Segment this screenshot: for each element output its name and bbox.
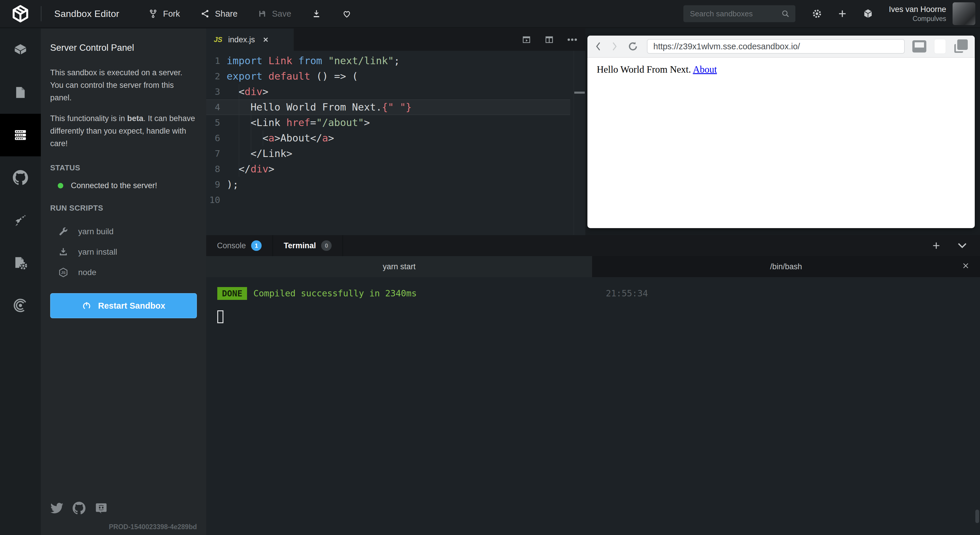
header-divider — [41, 6, 41, 21]
status-heading: STATUS — [50, 163, 197, 172]
rocket-icon — [13, 213, 28, 228]
panel-description-2: This functionality is in beta. It can be… — [50, 112, 197, 150]
codesandbox-logo-icon — [11, 5, 29, 23]
codesandbox-logo[interactable] — [0, 0, 41, 28]
save-label: Save — [272, 9, 291, 19]
avatar[interactable] — [953, 2, 975, 25]
new-sandbox-button[interactable] — [837, 9, 847, 19]
like-button[interactable] — [342, 9, 352, 19]
code-editor: JS index.js — [206, 29, 585, 235]
sidebar-item-github[interactable] — [0, 156, 41, 199]
sidebar-item-sandbox-config[interactable] — [0, 242, 41, 284]
page-title: Sandbox Editor — [54, 8, 119, 19]
preview-settings-icon[interactable] — [934, 39, 946, 53]
refresh-button[interactable] — [627, 41, 639, 52]
open-preview-window-button[interactable] — [522, 35, 531, 44]
server-icon — [13, 128, 28, 142]
terminal-cursor — [217, 310, 223, 323]
heart-icon — [342, 9, 352, 19]
tab-index-js[interactable]: JS index.js — [206, 29, 294, 51]
editor-tab-bar: JS index.js — [206, 29, 585, 51]
top-bar: Sandbox Editor Fork Share — [0, 0, 980, 28]
panel-description-1: This sandbox is executed on a server. Yo… — [50, 67, 197, 104]
forward-button[interactable] — [611, 41, 618, 52]
sidebar-item-files[interactable] — [0, 71, 41, 114]
restart-sandbox-label: Restart Sandbox — [98, 301, 165, 310]
twitter-icon[interactable] — [50, 502, 64, 515]
javascript-file-icon: JS — [214, 36, 222, 44]
responsive-preview-icon[interactable] — [912, 40, 926, 53]
sidebar-item-live[interactable] — [0, 284, 41, 327]
run-script-yarn-build[interactable]: yarn build — [50, 221, 197, 242]
user-info[interactable]: Ives van Hoorne Compulves — [889, 5, 946, 23]
box-icon — [13, 42, 28, 57]
session-tab-bin-bash[interactable]: /bin/bash — [592, 256, 980, 277]
sidebar-item-deployment[interactable] — [0, 199, 41, 242]
file-gear-icon — [13, 255, 28, 271]
download-icon — [312, 9, 321, 19]
terminal-output[interactable]: DONE Compiled successfully in 2340ms 21:… — [206, 277, 980, 333]
open-in-new-window-icon[interactable] — [954, 39, 968, 53]
file-icon — [13, 85, 28, 100]
discord-icon[interactable] — [94, 502, 108, 515]
terminal-count-badge: 0 — [321, 240, 332, 251]
code-area[interactable]: 12345678910 import Link from "next/link"… — [206, 51, 585, 235]
save-button[interactable]: Save — [258, 9, 291, 19]
github-icon[interactable] — [72, 502, 86, 515]
about-link[interactable]: About — [693, 64, 717, 75]
sandbox-editor-app: Sandbox Editor Fork Share — [0, 0, 980, 535]
user-team: Compulves — [889, 14, 946, 23]
share-icon — [200, 9, 210, 18]
url-input[interactable] — [647, 39, 905, 54]
tab-console[interactable]: Console 1 — [206, 235, 273, 256]
terminal-line: DONE Compiled successfully in 2340ms 21:… — [217, 287, 969, 300]
sidebar-item-server-control[interactable] — [0, 114, 41, 156]
console-tab-bar: Console 1 Terminal 0 — [206, 235, 980, 256]
close-session-icon[interactable] — [962, 262, 969, 269]
terminal-session-tabs: yarn start /bin/bash — [206, 256, 980, 277]
status-row: Connected to the server! — [50, 181, 197, 190]
add-terminal-button[interactable] — [932, 241, 941, 250]
run-script-label: node — [78, 268, 96, 277]
svg-text:JS: JS — [61, 271, 65, 275]
session-label: /bin/bash — [770, 262, 802, 271]
plus-icon — [837, 9, 847, 19]
fork-icon — [148, 8, 158, 19]
terminal-scrollbar-thumb[interactable] — [975, 510, 979, 523]
console-tab-label: Console — [217, 241, 246, 250]
sidebar-item-sandbox-info[interactable] — [0, 29, 41, 71]
download-button[interactable] — [312, 9, 321, 19]
tab-close-icon[interactable] — [262, 37, 269, 43]
console-panel: Console 1 Terminal 0 yarn start /bin — [206, 235, 980, 535]
user-name: Ives van Hoorne — [889, 5, 946, 14]
share-button[interactable]: Share — [200, 9, 237, 19]
more-options-button[interactable] — [567, 38, 577, 41]
line-numbers: 12345678910 — [206, 51, 223, 235]
tab-terminal[interactable]: Terminal 0 — [273, 235, 343, 256]
fork-button[interactable]: Fork — [148, 8, 180, 19]
fork-label: Fork — [163, 9, 180, 19]
run-scripts-heading: RUN SCRIPTS — [50, 204, 197, 213]
server-control-panel: Server Control Panel This sandbox is exe… — [41, 29, 206, 535]
status-message: Connected to the server! — [71, 181, 157, 190]
back-button[interactable] — [594, 41, 602, 52]
share-label: Share — [215, 9, 237, 19]
session-label: yarn start — [383, 262, 415, 271]
run-script-yarn-install[interactable]: yarn install — [50, 242, 197, 262]
preferences-button[interactable] — [812, 8, 822, 19]
run-script-label: yarn build — [78, 227, 113, 236]
github-icon — [13, 170, 28, 185]
run-script-node[interactable]: JS node — [50, 262, 197, 283]
browser-preview-pane: Hello World From Next. About — [585, 29, 980, 235]
session-tab-yarn-start[interactable]: yarn start — [206, 256, 592, 277]
activity-rail — [0, 29, 41, 535]
panel-footer: PROD-1540023398-4e289bd — [50, 502, 197, 531]
search-input[interactable] — [683, 5, 795, 22]
run-script-label: yarn install — [78, 247, 117, 257]
split-view-button[interactable] — [544, 35, 554, 44]
collapse-panel-button[interactable] — [957, 242, 967, 249]
restart-sandbox-button[interactable]: Restart Sandbox — [50, 293, 197, 318]
preview-text: Hello World From Next. — [597, 64, 691, 75]
node-icon: JS — [57, 267, 69, 278]
my-sandboxes-button[interactable] — [862, 8, 873, 19]
